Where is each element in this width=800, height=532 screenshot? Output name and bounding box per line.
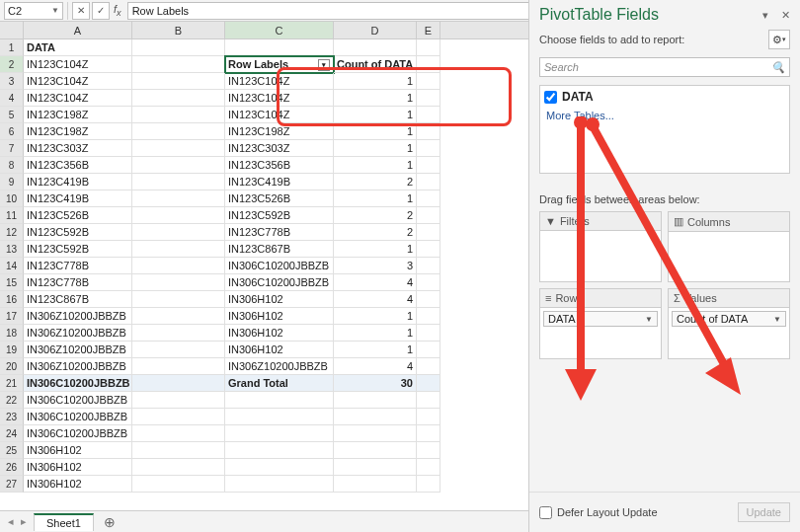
cell[interactable]: 4	[334, 358, 417, 375]
cell[interactable]	[417, 459, 440, 476]
cell[interactable]	[334, 409, 417, 425]
row-header[interactable]: 14	[0, 258, 24, 274]
cell[interactable]: IN123C104Z	[225, 90, 334, 107]
defer-layout-checkbox[interactable]: Defer Layout Update	[539, 506, 658, 519]
cell[interactable]	[132, 123, 225, 140]
cell[interactable]: IN123C303Z	[225, 140, 334, 157]
cell[interactable]: IN306H102	[24, 476, 132, 493]
select-all-corner[interactable]	[0, 22, 24, 38]
cell[interactable]	[225, 476, 334, 493]
row-header[interactable]: 17	[0, 308, 24, 325]
accept-formula-button[interactable]: ✓	[92, 2, 110, 20]
tab-nav[interactable]: ◂ ▸	[0, 515, 34, 528]
row-header[interactable]: 1	[0, 39, 24, 56]
row-header[interactable]: 16	[0, 291, 24, 308]
cell[interactable]: IN123C778B	[24, 274, 132, 291]
cell[interactable]	[132, 190, 225, 207]
field-checkbox-data[interactable]: DATA	[544, 90, 785, 104]
cell[interactable]	[132, 358, 225, 375]
columns-area[interactable]: ▥Columns	[668, 211, 790, 282]
cell[interactable]: IN306H102	[225, 325, 334, 342]
cell[interactable]	[334, 442, 417, 459]
cell[interactable]: IN123C778B	[24, 258, 132, 274]
cell[interactable]	[132, 224, 225, 241]
cell[interactable]	[225, 459, 334, 476]
cell[interactable]: IN306Z10200JBBZB	[24, 358, 132, 375]
cell[interactable]	[417, 140, 440, 157]
update-button[interactable]: Update	[738, 502, 790, 522]
cell[interactable]	[132, 107, 225, 123]
cell[interactable]	[417, 392, 440, 409]
add-sheet-button[interactable]: ⊕	[100, 514, 120, 530]
row-header[interactable]: 25	[0, 442, 24, 459]
row-header[interactable]: 24	[0, 425, 24, 442]
values-area[interactable]: ΣValues Count of DATA ▼	[668, 288, 790, 359]
cell[interactable]	[132, 325, 225, 342]
defer-check[interactable]	[539, 506, 552, 519]
field-check-input[interactable]	[544, 91, 557, 104]
cell[interactable]	[132, 56, 225, 73]
cancel-formula-button[interactable]: ✕	[72, 2, 90, 20]
row-header[interactable]: 7	[0, 140, 24, 157]
cell[interactable]: IN123C867B	[24, 291, 132, 308]
cell[interactable]	[417, 308, 440, 325]
cell[interactable]: IN123C198Z	[225, 123, 334, 140]
row-header[interactable]: 15	[0, 274, 24, 291]
cell[interactable]: 1	[334, 157, 417, 174]
field-search-input[interactable]: Search 🔍	[539, 57, 790, 77]
cell[interactable]: 1	[334, 190, 417, 207]
cell[interactable]	[417, 90, 440, 107]
row-header[interactable]: 23	[0, 409, 24, 425]
cell[interactable]	[132, 342, 225, 358]
cell[interactable]: IN306C10200JBBZB	[24, 409, 132, 425]
cell[interactable]: 1	[334, 73, 417, 90]
cell[interactable]: IN123C778B	[225, 224, 334, 241]
cell[interactable]	[132, 459, 225, 476]
cell[interactable]: 1	[334, 123, 417, 140]
cell[interactable]	[417, 274, 440, 291]
cell[interactable]	[132, 392, 225, 409]
pane-menu-button[interactable]: ▾	[762, 9, 768, 21]
cell[interactable]	[417, 56, 440, 73]
values-chip[interactable]: Count of DATA ▼	[672, 311, 786, 327]
cell[interactable]	[417, 425, 440, 442]
cell[interactable]	[132, 174, 225, 190]
row-header[interactable]: 11	[0, 207, 24, 224]
cell[interactable]	[334, 476, 417, 493]
cell[interactable]: 2	[334, 174, 417, 190]
cell[interactable]: 1	[334, 90, 417, 107]
row-header[interactable]: 13	[0, 241, 24, 258]
row-header[interactable]: 6	[0, 123, 24, 140]
cell[interactable]: IN306C10200JBBZB	[24, 392, 132, 409]
col-header-c[interactable]: C	[225, 22, 334, 38]
cell[interactable]: 4	[334, 274, 417, 291]
cell[interactable]: IN123C198Z	[24, 107, 132, 123]
cell[interactable]: 1	[334, 308, 417, 325]
cell[interactable]: IN306H102	[225, 308, 334, 325]
cell[interactable]: IN123C356B	[24, 157, 132, 174]
row-header[interactable]: 2	[0, 56, 24, 73]
cell[interactable]: IN123C592B	[225, 207, 334, 224]
cell[interactable]	[132, 73, 225, 90]
cell[interactable]: Count of DATA	[334, 56, 417, 73]
row-header[interactable]: 21	[0, 375, 24, 392]
row-header[interactable]: 5	[0, 107, 24, 123]
cell[interactable]	[132, 241, 225, 258]
cell[interactable]	[417, 224, 440, 241]
cell[interactable]: IN306C10200JBBZB	[225, 274, 334, 291]
cell[interactable]	[417, 107, 440, 123]
cell[interactable]	[417, 342, 440, 358]
col-header-e[interactable]: E	[417, 22, 440, 38]
cell[interactable]: DATA	[24, 39, 132, 56]
cell[interactable]	[334, 459, 417, 476]
cell[interactable]	[417, 325, 440, 342]
cell[interactable]: IN123C419B	[225, 174, 334, 190]
field-list[interactable]: DATA More Tables...	[539, 85, 790, 174]
row-header[interactable]: 19	[0, 342, 24, 358]
row-header[interactable]: 27	[0, 476, 24, 493]
cell[interactable]: 2	[334, 207, 417, 224]
cell[interactable]	[132, 425, 225, 442]
cell[interactable]	[334, 392, 417, 409]
row-header[interactable]: 18	[0, 325, 24, 342]
cell[interactable]	[132, 39, 225, 56]
